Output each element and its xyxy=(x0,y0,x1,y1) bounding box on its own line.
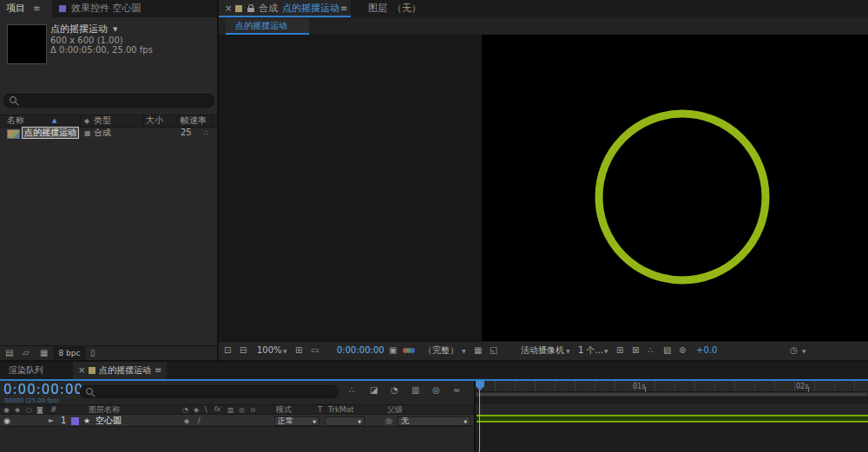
resolution-dropdown-icon[interactable]: ▼ xyxy=(462,348,466,354)
view-count-dropdown-icon[interactable]: ▼ xyxy=(604,348,608,354)
snapshot-icon[interactable]: ▣ xyxy=(389,345,397,356)
layer-viewer-tab[interactable]: 图层 xyxy=(368,3,387,14)
viewer-breadcrumb-bar xyxy=(219,17,868,35)
viewer-tab-type-label[interactable]: 合成 xyxy=(259,3,278,14)
timeline-tab-label[interactable]: 点的摇摆运动 xyxy=(99,365,151,376)
motion-blur-icon[interactable]: ◎ xyxy=(432,385,440,396)
solo-column-icon: ○ xyxy=(26,406,32,415)
current-time-display[interactable]: 0:00:00:00 xyxy=(3,382,83,397)
fx-switch-icon: fx xyxy=(214,405,220,413)
monitor-icon[interactable]: ⊟ xyxy=(240,345,247,356)
exposure-value[interactable]: +0.0 xyxy=(696,345,717,356)
parent-value: 无 xyxy=(401,416,409,427)
layer-quality-icon[interactable]: / xyxy=(198,417,201,426)
timeline-search-icon xyxy=(86,388,93,395)
tab-render-queue[interactable]: 渲染队列 xyxy=(9,365,43,376)
mask-visibility-icon[interactable]: ▦ xyxy=(474,345,482,356)
composition-tab-icon xyxy=(235,5,242,12)
view-layout-icon[interactable]: ⊞ xyxy=(616,345,623,356)
time-ruler[interactable] xyxy=(476,381,868,392)
column-divider[interactable] xyxy=(142,115,143,127)
mode-column[interactable]: 模式 xyxy=(276,405,292,415)
column-divider[interactable] xyxy=(212,115,213,127)
mini-flowchart-icon[interactable]: ∴ xyxy=(648,345,653,356)
column-type[interactable]: 类型 xyxy=(94,115,111,126)
layer-name-column[interactable]: 图层名称 xyxy=(89,405,120,415)
blend-mode-select[interactable]: 正常 ▼ xyxy=(274,416,319,426)
frame-counter: 00000 (25.00 fps) xyxy=(4,397,59,404)
work-area-bar[interactable] xyxy=(476,392,868,396)
project-menu-icon[interactable]: ≡ xyxy=(33,3,40,14)
tab-effect-controls[interactable]: 效果控件 空心圆 xyxy=(71,3,141,14)
view-count-select[interactable]: 1 个... xyxy=(578,345,603,356)
layer-expander-icon[interactable]: ► xyxy=(49,416,54,424)
snap-icon[interactable]: ⊡ xyxy=(224,345,231,356)
parent-select[interactable]: 无 ▼ xyxy=(398,416,470,426)
bit-depth-button[interactable]: 8 bpc xyxy=(54,347,85,359)
sort-ascending-icon[interactable]: ▲ xyxy=(52,117,56,124)
project-search-input[interactable] xyxy=(3,94,214,108)
parent-dropdown-icon: ▼ xyxy=(464,419,467,424)
new-folder-icon[interactable]: ▱ xyxy=(23,348,30,358)
grid-guides-icon[interactable]: ⊞ xyxy=(295,345,302,356)
layer-visibility-icon[interactable]: ◉ xyxy=(3,416,10,426)
comp-title[interactable]: 点的摇摆运动 xyxy=(50,23,108,35)
layer-color-label[interactable] xyxy=(71,417,79,425)
toggle-viewer-icon[interactable]: ▤ xyxy=(5,348,13,358)
zoom-level[interactable]: 100% xyxy=(257,345,282,356)
hollow-circle-path xyxy=(599,114,766,280)
resolution-select[interactable]: （完整） xyxy=(424,345,458,356)
layer-name[interactable]: 空心圆 xyxy=(95,416,122,426)
new-composition-icon[interactable]: ▦ xyxy=(40,348,48,358)
region-of-interest-icon[interactable]: ▭ xyxy=(311,345,319,356)
column-framerate[interactable]: 帧速率 xyxy=(181,115,207,126)
camera-dropdown-icon[interactable]: ▼ xyxy=(566,348,570,354)
pixel-aspect-icon[interactable]: ⊠ xyxy=(632,345,639,356)
frame-blend-switch-icon: ▥ xyxy=(227,406,234,415)
close-tab-icon[interactable]: × xyxy=(225,3,232,14)
frame-blend-icon[interactable]: ▥ xyxy=(411,385,419,396)
parent-pickwhip-icon[interactable]: ◎ xyxy=(385,416,392,426)
channel-blue-icon[interactable] xyxy=(410,348,415,353)
column-divider[interactable] xyxy=(177,115,178,127)
layer-collapse-icon[interactable]: ◈ xyxy=(184,417,189,426)
ruler-label-2s: 02s xyxy=(796,383,808,390)
draft-3d-icon[interactable]: ◪ xyxy=(370,385,378,396)
project-item-name[interactable]: 点的摇摆运动 xyxy=(22,127,79,139)
composition-miniflow-icon[interactable]: ∴ xyxy=(349,385,354,396)
timeline-tab-close-icon[interactable]: × xyxy=(78,365,85,376)
viewer-current-time[interactable]: 0:00:00:00 xyxy=(337,345,385,356)
preview-time-icon[interactable]: ◷ xyxy=(790,345,798,356)
motion-blur-switch-icon: ◎ xyxy=(239,406,245,415)
comp-navigator-label[interactable]: 点的摇摆运动 xyxy=(235,21,287,31)
gear-icon[interactable]: ⊛ xyxy=(679,345,686,356)
zoom-dropdown-icon[interactable]: ▼ xyxy=(283,348,287,354)
column-size[interactable]: 大小 xyxy=(146,115,163,126)
parent-column[interactable]: 父级 xyxy=(387,405,403,415)
viewer-menu-icon[interactable]: ≡ xyxy=(340,3,347,14)
graph-editor-icon[interactable]: ≈ xyxy=(453,385,460,396)
lock-icon[interactable] xyxy=(247,8,254,12)
column-name[interactable]: 名称 xyxy=(7,115,24,126)
timeline-menu-icon[interactable]: ≡ xyxy=(155,365,161,376)
trash-icon[interactable]: ▯ xyxy=(90,348,95,358)
viewer-tab-comp-name[interactable]: 点的摇摆运动 xyxy=(282,3,339,14)
tab-project-label[interactable]: 项目 xyxy=(6,3,25,14)
shy-layers-icon[interactable]: ◔ xyxy=(391,385,398,396)
camera-select[interactable]: 活动摄像机 xyxy=(521,345,564,356)
audio-column-icon: ◈ xyxy=(15,406,20,415)
hollow-circle-shape xyxy=(482,35,868,341)
layer-duration-bar[interactable] xyxy=(477,415,868,423)
shape-layer-icon: ★ xyxy=(83,416,90,425)
fast-preview-icon[interactable]: ▧ xyxy=(663,345,671,356)
after-effects-window: 项目 ≡ 效果控件 空心圆 点的摇摆运动 ▼ 600 x 600 (1.00) … xyxy=(0,0,868,452)
trkmat-select[interactable]: ▼ xyxy=(325,416,365,426)
flowchart-icon[interactable]: ∴ xyxy=(204,128,209,138)
column-divider[interactable] xyxy=(80,115,81,127)
timeline-search-input[interactable] xyxy=(80,385,339,398)
lock-column-icon: ◙ xyxy=(36,406,43,415)
preview-dropdown-icon[interactable]: ▼ xyxy=(802,348,806,354)
comp-title-dropdown-icon[interactable]: ▼ xyxy=(113,26,117,33)
transparency-grid-icon[interactable]: ◱ xyxy=(490,345,497,356)
playhead-line[interactable] xyxy=(479,381,480,452)
